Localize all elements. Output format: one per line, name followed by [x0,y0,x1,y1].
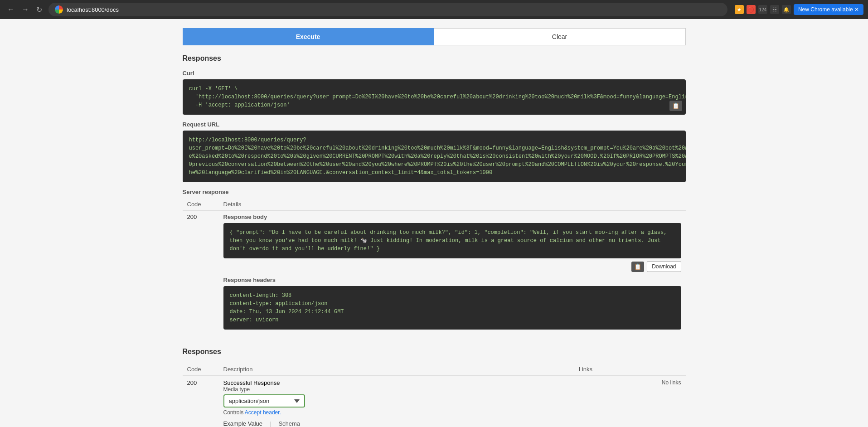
schema-code-header: Code [183,363,219,376]
curl-block-wrapper: curl -X 'GET' \ 'http://localhost:8000/q… [183,79,686,115]
response-body-block: { "prompt": "Do I have to be careful abo… [223,223,681,258]
responses-section: Responses Curl curl -X 'GET' \ 'http://l… [183,54,686,427]
download-area: 📋 Download [223,261,681,272]
media-type-select[interactable]: application/json [223,394,305,408]
main-content: Execute Clear Responses Curl curl -X 'GE… [0,19,868,427]
action-buttons: Execute Clear [183,28,686,45]
extension-icon-3[interactable]: ☷ [770,5,779,14]
schema-description-text: Successful Response [223,379,570,386]
response-headers-label: Response headers [223,277,681,283]
schema-tab[interactable]: Schema [278,420,300,427]
forward-button[interactable]: → [19,4,32,15]
separator: | [270,420,271,427]
response-body-text: { "prompt": "Do I have to be careful abo… [230,229,667,252]
extension-icon-2[interactable]: 🚫 [747,5,756,14]
responses-schema: Responses Code Description Links 200 [183,348,686,427]
swagger-container: Execute Clear Responses Curl curl -X 'GE… [174,19,695,427]
example-schema-row: Example Value | Schema [223,420,570,427]
schema-description-header: Description [219,363,574,376]
clear-button[interactable]: Clear [434,28,686,45]
server-response-table: Code Details 200 Response body { "prompt… [183,198,686,339]
schema-no-links: No links [574,376,686,427]
address-bar[interactable] [48,3,727,16]
response-details-cell: Response body { "prompt": "Do I have to … [219,211,686,339]
request-url-label: Request URL [183,121,686,128]
schema-description-cell: Successful Response Media type applicati… [219,376,574,427]
download-button[interactable]: Download [647,261,681,272]
controls-text: Controls Accept header. [223,409,570,416]
server-code: 200 [183,211,219,339]
media-type-label: Media type [223,386,570,393]
responses-title: Responses [183,54,686,63]
url-input[interactable] [67,6,721,13]
curl-label: Curl [183,70,686,77]
curl-code-block: curl -X 'GET' \ 'http://localhost:8000/q… [183,79,686,115]
badge-icon[interactable]: 124 [758,5,767,14]
execute-button[interactable]: Execute [183,28,434,45]
responses-schema-title: Responses [183,348,686,356]
new-chrome-button[interactable]: New Chrome available ✕ [794,4,863,15]
notification-icon[interactable]: 🔔 [782,5,791,14]
nav-buttons: ← → ↻ [5,4,45,16]
details-header: Details [219,198,686,211]
back-button[interactable]: ← [5,4,17,15]
accept-header-link[interactable]: Accept header. [245,409,281,416]
schema-table: Code Description Links 200 Successful Re… [183,363,686,427]
browser-actions: ★ 🚫 124 ☷ 🔔 New Chrome available ✕ [735,4,863,15]
server-response-label: Server response [183,189,686,195]
schema-code-200: 200 [183,376,219,427]
server-response-row: 200 Response body { "prompt": "Do I have… [183,211,686,339]
response-headers-block: content-length: 308 content-type: applic… [223,286,681,330]
site-icon [55,5,63,14]
schema-row-200: 200 Successful Response Media type appli… [183,376,686,427]
schema-links-header: Links [574,363,686,376]
copy-curl-button[interactable]: 📋 [669,101,682,111]
browser-chrome: ← → ↻ ★ 🚫 124 ☷ 🔔 New Chrome available ✕ [0,0,868,19]
copy-response-button[interactable]: 📋 [631,262,644,272]
extension-icon-1[interactable]: ★ [735,5,744,14]
reload-button[interactable]: ↻ [34,4,45,16]
code-header: Code [183,198,219,211]
request-url-block: http://localhost:8000/queries/query? use… [183,131,686,182]
example-value-tab[interactable]: Example Value [223,420,262,427]
response-body-label: Response body [223,214,681,220]
